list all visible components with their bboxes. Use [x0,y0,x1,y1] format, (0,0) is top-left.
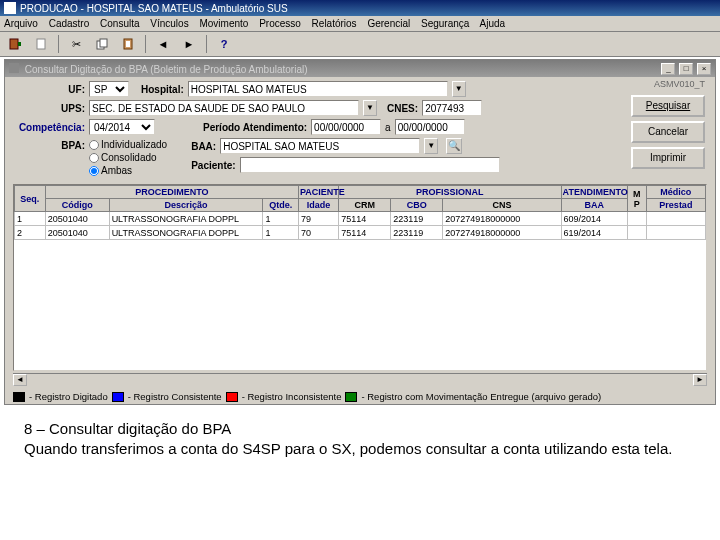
col-descricao[interactable]: Descrição [109,199,263,212]
copy-icon[interactable] [91,34,113,54]
next-icon[interactable]: ► [178,34,200,54]
table-row[interactable]: 120501040ULTRASSONOGRAFIA DOPPL179751142… [15,212,706,226]
baa-input[interactable] [220,138,420,154]
ups-dropdown-icon[interactable]: ▼ [363,100,377,116]
bpa-radio-consolidado[interactable]: Consolidado [89,152,167,163]
colgroup-paciente: PACIENTE [298,186,338,199]
periodo-de-input[interactable] [311,119,381,135]
menu-arquivo[interactable]: Arquivo [4,18,38,29]
ups-label: UPS: [13,103,85,114]
legend-label: - Registro Inconsistente [242,391,342,402]
col-seq[interactable]: Seq. [15,186,46,212]
toolbar: ✂ ◄ ► ? [0,32,720,57]
search-icon[interactable]: 🔍 [446,138,462,154]
bpa-label: BPA: [13,138,85,151]
maximize-icon[interactable]: □ [679,63,693,75]
col-crm[interactable]: CRM [339,199,391,212]
version-label: ASMV010_T [654,79,705,89]
form-panel: ASMV010_T Pesquisar Cancelar Imprimir UF… [5,77,715,182]
cell-idade: 79 [298,212,338,226]
help-icon[interactable]: ? [213,34,235,54]
col-cbo[interactable]: CBO [391,199,443,212]
cell-qtde: 1 [263,212,299,226]
col-cns[interactable]: CNS [443,199,561,212]
separator [145,35,146,53]
app-logo-icon [4,2,16,14]
minimize-icon[interactable]: _ [661,63,675,75]
menu-cadastro[interactable]: Cadastro [49,18,90,29]
scroll-left-icon[interactable]: ◄ [13,374,27,386]
paciente-input[interactable] [240,157,500,173]
legend-label: - Registro Digitado [29,391,108,402]
menu-vinculos[interactable]: Vínculos [150,18,188,29]
col-baa[interactable]: BAA [561,199,627,212]
menu-gerencial[interactable]: Gerencial [367,18,410,29]
new-icon[interactable] [30,34,52,54]
colgroup-atendimento: ATENDIMENTO [561,186,627,199]
cell-cbo: 223119 [391,226,443,240]
imprimir-button[interactable]: Imprimir [631,147,705,169]
ups-input[interactable] [89,100,359,116]
col-prestad[interactable]: Prestad [646,199,705,212]
cell-crm: 75114 [339,212,391,226]
cell-prestad [646,212,705,226]
exit-icon[interactable] [4,34,26,54]
cancelar-button[interactable]: Cancelar [631,121,705,143]
cell-desc: ULTRASSONOGRAFIA DOPPL [109,226,263,240]
svg-rect-1 [18,42,21,46]
col-codigo[interactable]: Código [45,199,109,212]
caption-text: 8 – Consultar digitação do BPA Quando tr… [0,407,720,460]
cell-mp [627,226,646,240]
child-title-text: Consultar Digitação do BPA (Boletim de P… [25,64,308,75]
scroll-right-icon[interactable]: ► [693,374,707,386]
bpa-radio-ambas[interactable]: Ambas [89,165,167,176]
menu-ajuda[interactable]: Ajuda [480,18,506,29]
col-idade[interactable]: Idade [298,199,338,212]
svg-rect-0 [10,39,18,49]
col-qtde[interactable]: Qtde. [263,199,299,212]
cell-crm: 75114 [339,226,391,240]
cnes-input[interactable] [422,100,482,116]
menu-consulta[interactable]: Consulta [100,18,139,29]
menu-seguranca[interactable]: Segurança [421,18,469,29]
periodo-a-label: a [385,122,391,133]
cell-cod: 20501040 [45,212,109,226]
pesquisar-button[interactable]: Pesquisar [631,95,705,117]
menubar: Arquivo Cadastro Consulta Vínculos Movim… [0,16,720,32]
hospital-input[interactable] [188,81,448,97]
competencia-label: Competência: [13,122,85,133]
legend-swatch-entregue [345,392,357,402]
cell-idade: 70 [298,226,338,240]
legend: - Registro Digitado - Registro Consisten… [13,391,707,402]
legend-label: - Registro com Movimentação Entregue (ar… [361,391,601,402]
col-mp[interactable]: M P [627,186,646,212]
results-grid: Seq. PROCEDIMENTO PACIENTE PROFISSIONAL … [13,184,707,371]
menu-movimento[interactable]: Movimento [199,18,248,29]
competencia-select[interactable]: 04/2014 [89,119,155,135]
menu-relatorios[interactable]: Relatórios [312,18,357,29]
cell-seq: 2 [15,226,46,240]
horizontal-scrollbar[interactable]: ◄ ► [13,373,707,387]
titlebar-text: PRODUCAO - HOSPITAL SAO MATEUS - Ambulat… [20,3,288,14]
uf-label: UF: [13,84,85,95]
uf-select[interactable]: SP [89,81,129,97]
legend-swatch-inconsistente [226,392,238,402]
cell-qtde: 1 [263,226,299,240]
hospital-dropdown-icon[interactable]: ▼ [452,81,466,97]
svg-rect-4 [100,39,107,47]
close-icon[interactable]: × [697,63,711,75]
baa-dropdown-icon[interactable]: ▼ [424,138,438,154]
colgroup-procedimento: PROCEDIMENTO [45,186,298,199]
separator [58,35,59,53]
bpa-radio-individualizado[interactable]: Individualizado [89,139,167,150]
prev-icon[interactable]: ◄ [152,34,174,54]
menu-processo[interactable]: Processo [259,18,301,29]
cell-mp [627,212,646,226]
periodo-ate-input[interactable] [395,119,465,135]
paste-icon[interactable] [117,34,139,54]
legend-label: - Registro Consistente [128,391,222,402]
child-titlebar: Consultar Digitação do BPA (Boletim de P… [5,60,715,77]
table-row[interactable]: 220501040ULTRASSONOGRAFIA DOPPL170751142… [15,226,706,240]
cut-icon[interactable]: ✂ [65,34,87,54]
grid-empty-area [14,240,706,370]
